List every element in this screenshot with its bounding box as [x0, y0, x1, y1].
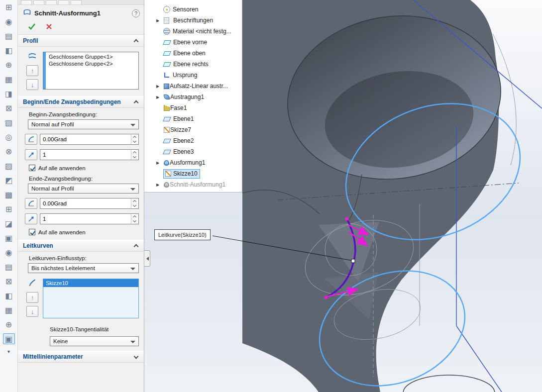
- end-angle-input[interactable]: [40, 198, 131, 208]
- left-toolbar-icon[interactable]: ⊕: [3, 319, 15, 330]
- section-header-profil[interactable]: Profil: [18, 35, 144, 47]
- left-toolbar-icon[interactable]: ▣: [3, 232, 15, 243]
- left-toolbar-icon[interactable]: ◨: [3, 88, 15, 99]
- panel-collapse-tab[interactable]: [144, 250, 150, 267]
- left-toolbar-icon[interactable]: ⊠: [3, 102, 15, 113]
- left-toolbar-icon[interactable]: ▦: [3, 74, 15, 85]
- end-tangent-input[interactable]: [40, 214, 131, 224]
- start-tangent-spinner[interactable]: [131, 150, 138, 160]
- end-angle-spinner[interactable]: [131, 198, 138, 208]
- tangency-dropdown[interactable]: Keine: [50, 336, 139, 346]
- left-toolbar-icon[interactable]: ▤: [3, 261, 15, 272]
- draft-angle-icon[interactable]: [25, 198, 37, 209]
- left-toolbar-icon[interactable]: ⊞: [3, 1, 15, 12]
- left-toolbar-icon[interactable]: ⊗: [3, 146, 15, 157]
- list-item[interactable]: Geschlossene Gruppe<2>: [46, 60, 138, 67]
- tree-item-material[interactable]: Material <nicht festg...: [144, 26, 242, 37]
- tree-item-ebene-rechts[interactable]: Ebene rechts: [144, 59, 242, 70]
- tree-item-ebene1[interactable]: Ebene1: [144, 113, 242, 124]
- collapse-chevron-icon: [134, 244, 139, 249]
- end-apply-all-checkbox[interactable]: [29, 229, 35, 235]
- toolbar-more-arrow[interactable]: ▾: [7, 349, 10, 354]
- left-toolbar-icon[interactable]: ▧: [3, 117, 15, 128]
- start-apply-all-checkbox[interactable]: [29, 165, 35, 171]
- section-header-leitkurven[interactable]: Leitkurven: [18, 240, 144, 252]
- expand-arrow[interactable]: ▶: [156, 161, 163, 165]
- tree-item-aufsatz[interactable]: ▶Aufsatz-Linear austr...: [144, 81, 242, 92]
- expand-arrow[interactable]: ▶: [156, 183, 163, 187]
- tree-item-ebene-vorne[interactable]: Ebene vorne: [144, 37, 242, 48]
- tree-item-ebene3[interactable]: Ebene3: [144, 146, 242, 157]
- left-toolbar-icon[interactable]: ◪: [3, 218, 15, 229]
- tree-item-ausformung1[interactable]: ▶Ausformung1: [144, 157, 242, 168]
- page-title: Schnitt-Ausformung1: [34, 9, 101, 17]
- left-toolbar-icon[interactable]: ⊠: [3, 276, 15, 287]
- left-toolbar-icon[interactable]: ▩: [3, 189, 15, 200]
- curve-endpoint-handle[interactable]: [345, 217, 348, 220]
- pm-tab[interactable]: [21, 0, 32, 4]
- left-toolbar-icon[interactable]: ⊕: [3, 59, 15, 70]
- list-item[interactable]: Geschlossene Gruppe<1>: [46, 53, 138, 60]
- tree-item-ursprung[interactable]: Ursprung: [144, 70, 242, 81]
- confirm-button[interactable]: [26, 21, 38, 31]
- chamfer-icon: [164, 105, 170, 111]
- tree-item-austragung1[interactable]: ▶Austragung1: [144, 92, 242, 102]
- tree-item-ebene2[interactable]: Ebene2: [144, 135, 242, 146]
- extrude-icon: [164, 84, 169, 89]
- tree-item-schnitt-ausformung1[interactable]: ▶Schnitt-Ausformung1: [144, 179, 242, 190]
- profile-selection-list[interactable]: Geschlossene Gruppe<1> Geschlossene Grup…: [43, 52, 139, 90]
- cancel-button[interactable]: [43, 21, 55, 31]
- tree-item-fase1[interactable]: Fase1: [144, 102, 242, 113]
- move-up-button[interactable]: ↑: [26, 292, 38, 303]
- help-icon[interactable]: ?: [132, 9, 140, 17]
- move-down-button[interactable]: ↓: [26, 79, 38, 90]
- left-toolbar-icon[interactable]: ⊞: [3, 203, 15, 214]
- pm-tab[interactable]: [58, 0, 69, 4]
- tangent-length-icon[interactable]: [25, 213, 37, 224]
- expand-arrow[interactable]: ▶: [156, 95, 163, 99]
- start-angle-input[interactable]: [40, 134, 131, 144]
- list-item-selected[interactable]: Skizze10: [43, 279, 138, 287]
- left-toolbar-icon[interactable]: ◉: [3, 16, 15, 27]
- start-constraint-dropdown[interactable]: Normal auf Profil: [28, 119, 139, 129]
- section-header-mittellinien[interactable]: Mittellinienparameter: [18, 351, 144, 363]
- tree-item-skizze7[interactable]: Skizze7: [144, 124, 242, 135]
- guide-influence-dropdown[interactable]: Bis nächstes Leitelement: [28, 263, 139, 273]
- guide-influence-label: Leitkurven-Einflusstyp:: [29, 255, 140, 261]
- expand-arrow[interactable]: ▶: [156, 84, 163, 89]
- draft-angle-icon[interactable]: [25, 134, 37, 145]
- callout-anchor-point[interactable]: [351, 259, 355, 263]
- tangent-length-icon[interactable]: [25, 149, 37, 160]
- tree-item-beschriftungen[interactable]: ▶Beschriftungen: [144, 15, 242, 26]
- left-toolbar-icon[interactable]: ◎: [3, 131, 15, 142]
- left-toolbar-icon[interactable]: ▦: [3, 304, 15, 315]
- move-up-button[interactable]: ↑: [26, 65, 38, 76]
- pm-tab[interactable]: [71, 0, 82, 4]
- end-tangent-spinner[interactable]: [131, 214, 138, 224]
- left-toolbar-icon[interactable]: ◩: [3, 175, 15, 186]
- tree-item-ebene-oben[interactable]: Ebene oben: [144, 48, 242, 59]
- pm-tab[interactable]: [33, 0, 44, 4]
- left-toolbar-icon-selected[interactable]: ▣: [3, 333, 15, 344]
- guide-curve-list[interactable]: Skizze10: [43, 279, 139, 318]
- material-icon: [163, 28, 170, 35]
- guide-curve-callout[interactable]: Leitkurve(Skizze10): [154, 229, 211, 240]
- left-toolbar-icon[interactable]: ▨: [3, 160, 15, 171]
- pm-tab[interactable]: [46, 0, 57, 4]
- curve-endpoint-handle[interactable]: [325, 296, 327, 299]
- selected-tree-item-highlight: Skizze10: [163, 169, 200, 179]
- tree-item-skizze10[interactable]: Skizze10: [144, 168, 242, 179]
- left-toolbar-icon[interactable]: ◧: [3, 45, 15, 56]
- section-header-zwangsbedingungen[interactable]: Beginn/Ende Zwangsbedingungen: [18, 96, 144, 108]
- left-toolbar-icon[interactable]: ◉: [3, 247, 15, 258]
- left-toolbar-icon[interactable]: ◧: [3, 290, 15, 301]
- start-angle-spinner[interactable]: [131, 134, 138, 144]
- end-constraint-dropdown[interactable]: Normal auf Profil: [28, 184, 139, 194]
- left-toolbar-icon[interactable]: ▤: [3, 30, 15, 41]
- expand-arrow[interactable]: ▶: [156, 18, 163, 23]
- profile-icon: [28, 52, 37, 62]
- start-tangent-input[interactable]: [40, 150, 131, 160]
- highlighted-edge[interactable]: [456, 326, 502, 392]
- tree-item-sensoren[interactable]: Sensoren: [144, 4, 242, 15]
- move-down-button[interactable]: ↓: [26, 306, 38, 317]
